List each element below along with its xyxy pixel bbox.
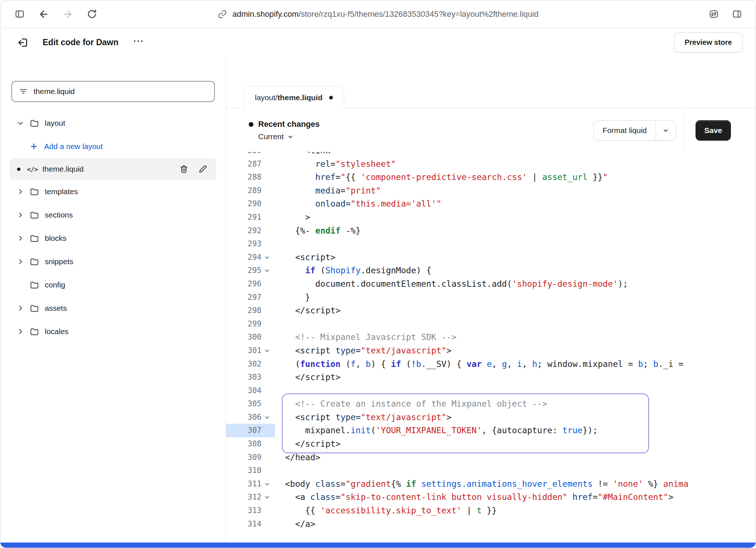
fold-chevron-icon[interactable]: [261, 490, 275, 504]
line-number: 301: [226, 344, 261, 357]
code-line[interactable]: 306 <script type="text/javascript">: [226, 411, 756, 424]
sidebar-item-label: templates: [45, 187, 78, 196]
code-line[interactable]: 288 href="{{ 'component-predictive-searc…: [226, 171, 756, 184]
code-line[interactable]: 312 <a class="skip-to-content-link butto…: [226, 490, 756, 504]
fold-spacer: [261, 384, 275, 398]
editor-header: Recent changes Current Format liquid: [226, 109, 756, 152]
fold-chevron-icon[interactable]: [261, 477, 275, 491]
fold-chevron-icon[interactable]: [261, 264, 275, 277]
chevron-right-icon: [16, 304, 25, 312]
reload-icon: [87, 9, 97, 19]
code-line[interactable]: 313 {{ 'accessibility.skip_to_text' | t …: [226, 504, 756, 517]
preview-store-button[interactable]: Preview store: [674, 32, 743, 52]
version-dropdown[interactable]: Current: [258, 132, 320, 141]
fold-chevron-icon[interactable]: [261, 251, 275, 264]
sidebar-item-theme-liquid[interactable]: </> theme.liquid: [10, 158, 216, 180]
link-icon: [217, 9, 227, 19]
url-bar[interactable]: admin.shopify.com/store/rzq1xu-f5/themes…: [217, 9, 538, 19]
code-line[interactable]: 308 </script>: [226, 437, 756, 451]
file-search: [11, 81, 215, 102]
folder-icon: [29, 257, 40, 267]
code-text: </script>: [275, 304, 340, 317]
code-line[interactable]: 302 (function (f, b) { if (!b.__SV) { va…: [226, 357, 756, 371]
file-tree: layout Add a new layout </> theme.liquid: [0, 111, 226, 343]
fold-spacer: [261, 277, 275, 291]
line-number: 300: [226, 330, 261, 344]
code-text: <script type="text/javascript">: [275, 344, 452, 357]
code-text: <body class="gradient{% if settings.anim…: [275, 477, 689, 491]
code-line[interactable]: 289 media="print": [226, 184, 756, 197]
code-text: <script>: [275, 251, 335, 264]
fold-spacer: [261, 304, 275, 317]
code-line[interactable]: 287 rel="stylesheet": [226, 157, 756, 171]
fold-spacer: [261, 224, 275, 238]
delete-file-button[interactable]: [178, 163, 190, 175]
line-number: 292: [226, 224, 261, 238]
back-button[interactable]: [37, 7, 51, 21]
line-number: 294: [226, 251, 261, 264]
sidebar-toggle-button[interactable]: [13, 7, 27, 21]
fold-spacer: [261, 197, 275, 211]
code-line[interactable]: 301 <script type="text/javascript">: [226, 344, 756, 357]
split-view-button[interactable]: [730, 7, 744, 21]
sidebar-item-config[interactable]: config: [0, 273, 226, 297]
save-button[interactable]: Save: [696, 120, 731, 141]
code-line[interactable]: 314 </a>: [226, 517, 756, 531]
code-editor[interactable]: 286 <link287 rel="stylesheet"288 href="{…: [226, 152, 756, 543]
code-text: {%- endif -%}: [275, 224, 361, 238]
fold-spacer: [261, 517, 275, 531]
code-line[interactable]: 292 {%- endif -%}: [226, 224, 756, 238]
rename-file-button[interactable]: [197, 163, 209, 175]
code-line[interactable]: 299: [226, 317, 756, 331]
reload-button[interactable]: [85, 7, 99, 21]
code-line[interactable]: 310: [226, 464, 756, 477]
tab-layout-theme-liquid[interactable]: layout/theme.liquid: [244, 86, 344, 109]
code-text: >: [275, 211, 310, 224]
code-line[interactable]: 307 mixpanel.init('YOUR_MIXPANEL_TOKEN',…: [226, 424, 756, 437]
code-line[interactable]: 286 <link: [226, 152, 756, 157]
code-line[interactable]: 300 <!-- Mixpanel Javascript SDK -->: [226, 330, 756, 344]
code-line[interactable]: 304: [226, 384, 756, 398]
sidebar-item-templates[interactable]: templates: [0, 180, 226, 203]
sidebar-item-sections[interactable]: sections: [0, 203, 226, 227]
file-search-input[interactable]: [34, 87, 208, 96]
code-line[interactable]: 295 if (Shopify.designMode) {: [226, 264, 756, 277]
code-line[interactable]: 303 </script>: [226, 371, 756, 384]
sidebar-item-label: snippets: [45, 257, 73, 266]
code-line[interactable]: 293: [226, 237, 756, 251]
sidebar-item-snippets[interactable]: snippets: [0, 250, 226, 273]
code-line[interactable]: 309 </head>: [226, 451, 756, 464]
code-line[interactable]: 305 <!-- Create an instance of the Mixpa…: [226, 397, 756, 411]
browser-tools-button[interactable]: [707, 7, 721, 21]
folder-icon: [29, 304, 40, 313]
code-text: <!-- Mixpanel Javascript SDK -->: [275, 330, 457, 344]
code-line[interactable]: 298 </script>: [226, 304, 756, 317]
add-new-layout-button[interactable]: Add a new layout: [0, 135, 226, 158]
code-line[interactable]: 297 }: [226, 291, 756, 304]
line-number: 308: [226, 437, 261, 451]
format-liquid-label: Format liquid: [594, 121, 655, 140]
code-line[interactable]: 296 document.documentElement.classList.a…: [226, 277, 756, 291]
exit-code-editor-button[interactable]: [15, 35, 31, 51]
code-line[interactable]: 294 <script>: [226, 251, 756, 264]
sidebar-item-layout[interactable]: layout: [0, 111, 226, 135]
sidebar-item-blocks[interactable]: blocks: [0, 227, 226, 250]
sidebar-item-label: config: [45, 281, 65, 289]
fold-spacer: [261, 152, 275, 157]
line-number: 297: [226, 291, 261, 304]
browser-window: admin.shopify.com/store/rzq1xu-f5/themes…: [0, 0, 756, 548]
line-number: 295: [226, 264, 261, 277]
page-title: Edit code for Dawn: [43, 38, 118, 47]
fold-chevron-icon[interactable]: [261, 411, 275, 424]
more-menu-button[interactable]: ⋯: [131, 35, 147, 50]
code-line[interactable]: 291 >: [226, 211, 756, 224]
forward-button[interactable]: [61, 7, 75, 21]
sidebar-item-assets[interactable]: assets: [0, 297, 226, 320]
sidebar-item-locales[interactable]: locales: [0, 320, 226, 343]
fold-chevron-icon[interactable]: [261, 344, 275, 357]
code-line[interactable]: 311 <body class="gradient{% if settings.…: [226, 477, 756, 491]
line-number: 311: [226, 477, 261, 491]
chevron-down-icon[interactable]: [656, 121, 676, 140]
format-liquid-button[interactable]: Format liquid: [594, 120, 676, 141]
code-line[interactable]: 290 onload="this.media='all'": [226, 197, 756, 211]
